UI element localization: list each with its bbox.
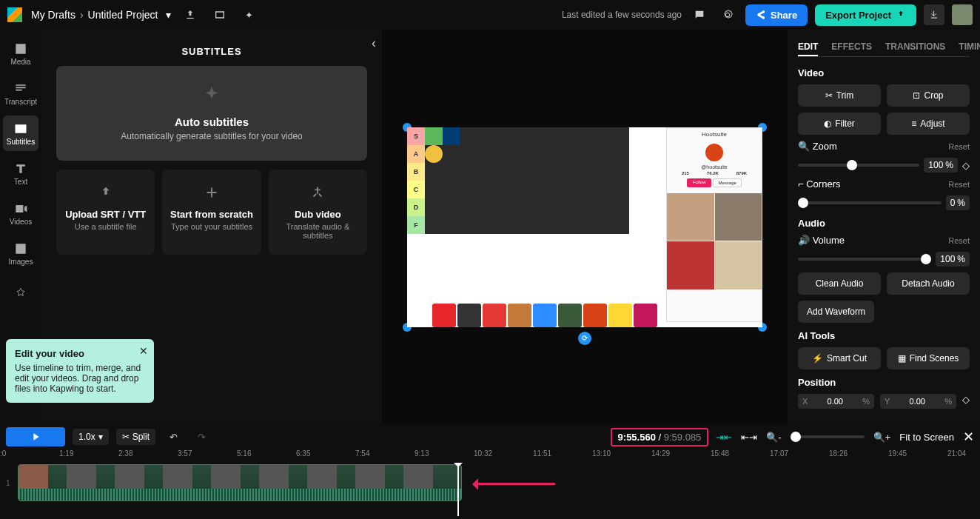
corners-slider[interactable] (798, 201, 942, 204)
sidebar-item-more[interactable] (3, 275, 38, 311)
add-waveform-button[interactable]: Add Waveform (798, 301, 874, 323)
fit-screen-button[interactable]: Fit to Screen (899, 432, 954, 443)
sparkle-icon[interactable]: ✦ (239, 4, 260, 25)
collapse-panel-icon[interactable]: ‹ (372, 36, 376, 51)
tab-transitions[interactable]: TRANSITIONS (885, 38, 945, 56)
canvas[interactable]: S A B C D F Hootsuite @hootsuite 21576.2… (382, 30, 788, 424)
adjust-button[interactable]: ≡ Adjust (887, 113, 970, 135)
sidebar-item-images[interactable]: Images (3, 235, 38, 271)
detach-audio-button[interactable]: Detach Audio (887, 272, 970, 295)
chevron-down-icon[interactable]: ▾ (166, 9, 171, 21)
phone-mockup: Hootsuite @hootsuite 21576.2K879K Follow… (666, 127, 762, 322)
reset-zoom[interactable]: Reset (948, 142, 970, 151)
zoom-icon: 🔍 (798, 141, 810, 152)
upload-icon[interactable] (180, 4, 201, 25)
smart-cut-button[interactable]: ⚡ Smart Cut (798, 347, 881, 369)
clean-audio-button[interactable]: Clean Audio (798, 272, 881, 295)
speed-selector[interactable]: 1.0x ▾ (73, 429, 109, 445)
annotation-arrow (474, 483, 555, 485)
close-icon[interactable]: ✕ (139, 345, 148, 357)
sidebar-item-media[interactable]: Media (3, 36, 38, 71)
sidebar-item-subtitles[interactable]: Subtitles (3, 115, 38, 151)
playhead[interactable] (457, 464, 459, 516)
split-button[interactable]: ✂ Split (116, 429, 155, 445)
trim-ends-icon[interactable]: ⇤⇥ (741, 432, 757, 443)
app-logo[interactable] (7, 7, 22, 22)
diamond-icon[interactable]: ◇ (962, 160, 970, 171)
play-button[interactable] (6, 427, 65, 446)
start-scratch-card[interactable]: Start from scratch Type out your subtitl… (162, 170, 261, 255)
rotate-handle[interactable]: ⟳ (578, 332, 591, 345)
redo-icon[interactable]: ↷ (191, 426, 212, 447)
sidebar-item-transcript[interactable]: Transcript (3, 76, 38, 111)
waveform (19, 489, 461, 500)
reset-corners[interactable]: Reset (948, 180, 970, 189)
filter-button[interactable]: ◐ Filter (798, 113, 881, 135)
tab-edit[interactable]: EDIT (798, 38, 818, 56)
download-icon[interactable] (924, 4, 944, 25)
tab-timing[interactable]: TIMING (959, 38, 980, 56)
snap-icon[interactable]: ⇥⇤ (716, 432, 732, 443)
layout-icon[interactable] (209, 4, 230, 25)
sidebar-item-text[interactable]: Text (3, 155, 38, 191)
upload-srt-card[interactable]: Upload SRT / VTT Use a subtitle file (56, 170, 155, 255)
trim-button[interactable]: ✂ Trim (798, 84, 881, 107)
hint-tooltip: ✕ Edit your video Use timeline to trim, … (6, 339, 154, 403)
tier-list-graphic: S A B C D F (407, 127, 629, 234)
breadcrumb: My Drafts › Untitled Project ▾ (31, 9, 171, 21)
timeline-zoom-slider[interactable] (791, 435, 865, 438)
x-input[interactable]: X0.00% (798, 394, 874, 409)
undo-icon[interactable]: ↶ (163, 426, 184, 447)
volume-slider[interactable] (798, 258, 931, 261)
breadcrumb-project[interactable]: Untitled Project (88, 9, 158, 21)
find-scenes-button[interactable]: ▦ Find Scenes (887, 347, 970, 369)
zoom-in-icon[interactable]: 🔍+ (873, 432, 891, 443)
close-icon[interactable]: ✕ (963, 429, 974, 445)
chevron-right-icon: › (80, 9, 84, 21)
dub-video-card[interactable]: Dub video Translate audio & subtitles (269, 170, 367, 255)
timeline-ruler[interactable]: :01:192:383:575:166:357:549:1310:3211:51… (0, 449, 980, 464)
tab-effects[interactable]: EFFECTS (831, 38, 872, 56)
time-display: 9:55.560 / 9:59.085 (611, 428, 709, 446)
zoom-slider[interactable] (798, 164, 919, 167)
diamond-icon[interactable]: ◇ (962, 394, 970, 409)
auto-subtitles-card[interactable]: Auto subtitles Automatically generate su… (56, 66, 367, 161)
zoom-out-icon[interactable]: 🔍- (766, 432, 781, 443)
crop-button[interactable]: ⊡ Crop (887, 84, 970, 107)
breadcrumb-folder[interactable]: My Drafts (31, 9, 75, 21)
sidebar-item-videos[interactable]: Videos (3, 195, 38, 231)
y-input[interactable]: Y0.00% (880, 394, 956, 409)
gear-icon[interactable] (717, 4, 738, 25)
export-button[interactable]: Export Project (815, 4, 916, 26)
comment-icon[interactable] (689, 4, 710, 25)
share-button[interactable]: Share (745, 4, 808, 26)
avatar[interactable] (952, 4, 973, 25)
reset-volume[interactable]: Reset (948, 236, 970, 245)
last-edited-label: Last edited a few seconds ago (562, 10, 682, 20)
video-clip[interactable] (18, 464, 462, 501)
panel-title: SUBTITLES (56, 37, 367, 66)
track-number: 1 (6, 464, 15, 501)
